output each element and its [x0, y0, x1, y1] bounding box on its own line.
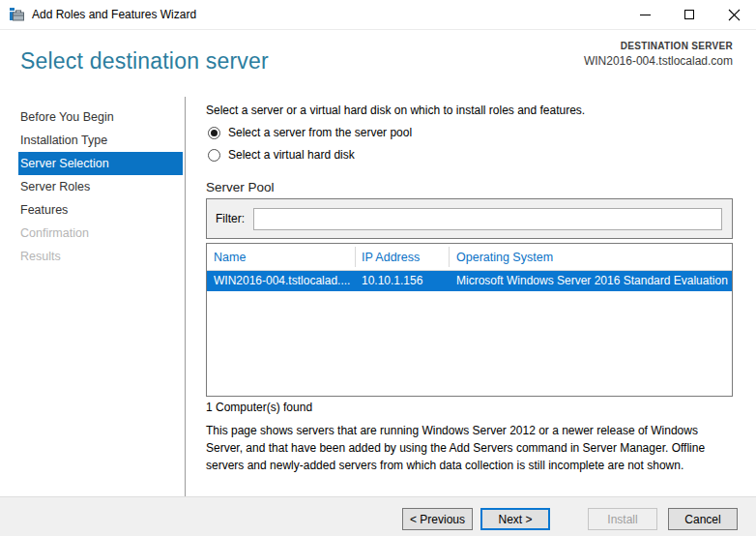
- table-header-row: Name IP Address Operating System: [207, 244, 732, 271]
- filter-label: Filter:: [216, 212, 245, 225]
- sidebar-item-installation-type[interactable]: Installation Type: [0, 129, 185, 152]
- wizard-sidebar: Before You Begin Installation Type Serve…: [0, 97, 186, 496]
- column-header-name[interactable]: Name: [214, 244, 246, 271]
- cell-operating-system: Microsoft Windows Server 2016 Standard E…: [456, 271, 731, 291]
- wizard-header: Select destination server DESTINATION SE…: [0, 31, 756, 97]
- sidebar-item-features[interactable]: Features: [0, 198, 185, 222]
- sidebar-item-server-selection[interactable]: Server Selection: [18, 152, 183, 175]
- filter-input[interactable]: [253, 208, 722, 230]
- radio-select-server-pool[interactable]: Select a server from the server pool: [208, 126, 412, 139]
- radio-button-icon: [208, 149, 220, 162]
- window-title: Add Roles and Features Wizard: [32, 8, 196, 21]
- server-pool-section-label: Server Pool: [206, 180, 275, 194]
- destination-server-label: DESTINATION SERVER: [584, 41, 733, 51]
- maximize-button[interactable]: [667, 0, 712, 29]
- previous-button[interactable]: < Previous: [402, 508, 473, 530]
- column-header-operating-system[interactable]: Operating System: [456, 244, 553, 271]
- radio-label: Select a server from the server pool: [228, 126, 412, 139]
- table-row-server[interactable]: WIN2016-004.tstlocalad.... 10.10.1.156 M…: [207, 271, 732, 291]
- wizard-footer: < Previous Next > Install Cancel: [0, 496, 756, 536]
- sidebar-item-results: Results: [0, 245, 185, 268]
- destination-server-name: WIN2016-004.tstlocalad.com: [584, 54, 733, 68]
- window-controls: [623, 0, 756, 29]
- maximize-icon: [684, 10, 694, 19]
- cell-ip-address: 10.10.1.156: [362, 271, 449, 291]
- close-button[interactable]: [712, 0, 756, 29]
- radio-label: Select a virtual hard disk: [228, 148, 355, 162]
- cancel-button[interactable]: Cancel: [668, 508, 738, 530]
- filter-bar: Filter:: [206, 198, 733, 239]
- page-title: Select destination server: [20, 48, 269, 74]
- main-content: Select a server or a virtual hard disk o…: [206, 97, 733, 496]
- minimize-icon: [640, 15, 651, 15]
- server-pool-table: Name IP Address Operating System WIN2016…: [206, 243, 733, 397]
- column-separator: [355, 247, 356, 267]
- column-separator: [449, 247, 450, 267]
- wizard-steps-list: Before You Begin Installation Type Serve…: [0, 105, 185, 268]
- sidebar-item-confirmation: Confirmation: [0, 222, 185, 245]
- radio-button-icon: [208, 127, 220, 139]
- column-header-ip-address[interactable]: IP Address: [362, 244, 420, 271]
- sidebar-item-server-roles[interactable]: Server Roles: [0, 175, 185, 198]
- minimize-button[interactable]: [623, 0, 667, 29]
- next-button[interactable]: Next >: [480, 508, 550, 530]
- cell-server-name: WIN2016-004.tstlocalad....: [214, 271, 355, 291]
- intro-text: Select a server or a virtual hard disk o…: [206, 104, 585, 117]
- page-note-text: This page shows servers that are running…: [206, 422, 733, 474]
- destination-server-block: DESTINATION SERVER WIN2016-004.tstlocala…: [584, 41, 733, 68]
- close-icon: [728, 9, 741, 21]
- title-bar: Add Roles and Features Wizard: [0, 0, 756, 30]
- sidebar-item-before-you-begin[interactable]: Before You Begin: [0, 105, 185, 129]
- install-button: Install: [588, 508, 657, 530]
- radio-select-virtual-hard-disk[interactable]: Select a virtual hard disk: [208, 148, 355, 162]
- add-roles-features-wizard-window: Add Roles and Features Wizard Select des…: [0, 0, 756, 536]
- server-manager-icon: [9, 7, 24, 22]
- computers-found-count: 1 Computer(s) found: [206, 401, 312, 414]
